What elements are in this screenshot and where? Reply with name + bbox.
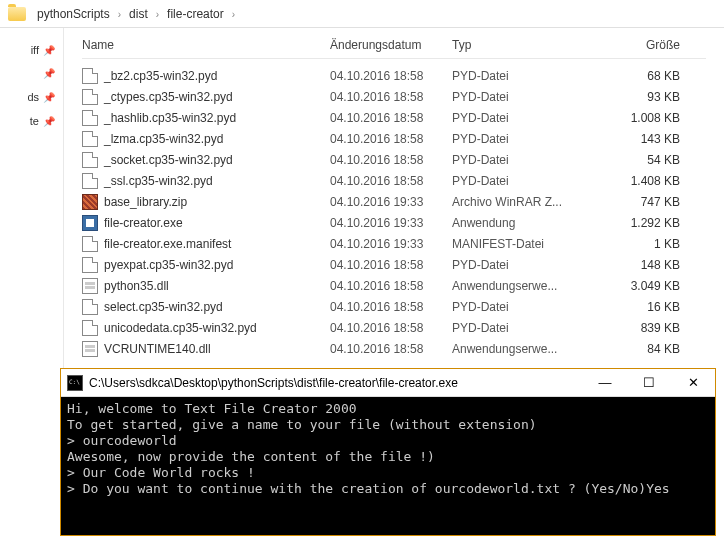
file-row[interactable]: select.cp35-win32.pyd04.10.2016 18:58PYD…: [82, 296, 706, 317]
file-type: PYD-Datei: [452, 321, 592, 335]
file-date: 04.10.2016 18:58: [330, 111, 452, 125]
file-icon: [82, 110, 98, 126]
console-window[interactable]: C:\Users\sdkca\Desktop\pythonScripts\dis…: [60, 368, 716, 536]
file-date: 04.10.2016 18:58: [330, 279, 452, 293]
file-row[interactable]: file-creator.exe.manifest04.10.2016 19:3…: [82, 233, 706, 254]
file-icon: [82, 68, 98, 84]
sidebar-item[interactable]: iff📌: [0, 38, 63, 62]
file-row[interactable]: _ssl.cp35-win32.pyd04.10.2016 18:58PYD-D…: [82, 170, 706, 191]
file-icon: [82, 236, 98, 252]
zip-icon: [82, 194, 98, 210]
file-name: python35.dll: [104, 279, 169, 293]
breadcrumb-segment[interactable]: dist: [126, 7, 151, 21]
file-type: Archivo WinRAR Z...: [452, 195, 592, 209]
file-date: 04.10.2016 18:58: [330, 90, 452, 104]
maximize-button[interactable]: ☐: [627, 369, 671, 397]
file-row[interactable]: pyexpat.cp35-win32.pyd04.10.2016 18:58PY…: [82, 254, 706, 275]
file-icon: [82, 152, 98, 168]
file-date: 04.10.2016 18:58: [330, 69, 452, 83]
file-date: 04.10.2016 18:58: [330, 300, 452, 314]
chevron-right-icon: ›: [151, 9, 164, 20]
file-name: _lzma.cp35-win32.pyd: [104, 132, 223, 146]
file-date: 04.10.2016 18:58: [330, 174, 452, 188]
dll-icon: [82, 341, 98, 357]
pin-icon: 📌: [43, 116, 55, 127]
column-headers[interactable]: Name Änderungsdatum Typ Größe: [82, 38, 706, 59]
file-name: _ssl.cp35-win32.pyd: [104, 174, 213, 188]
file-date: 04.10.2016 18:58: [330, 132, 452, 146]
file-name: file-creator.exe.manifest: [104, 237, 231, 251]
close-button[interactable]: ✕: [671, 369, 715, 397]
file-size: 68 KB: [592, 69, 688, 83]
file-row[interactable]: _socket.cp35-win32.pyd04.10.2016 18:58PY…: [82, 149, 706, 170]
breadcrumb-segment[interactable]: pythonScripts: [34, 7, 113, 21]
breadcrumb-segment[interactable]: file-creator: [164, 7, 227, 21]
file-icon: [82, 89, 98, 105]
file-type: PYD-Datei: [452, 153, 592, 167]
sidebar-item[interactable]: 📌: [0, 62, 63, 85]
file-size: 143 KB: [592, 132, 688, 146]
file-size: 148 KB: [592, 258, 688, 272]
file-type: MANIFEST-Datei: [452, 237, 592, 251]
title-bar[interactable]: C:\Users\sdkca\Desktop\pythonScripts\dis…: [61, 369, 715, 397]
file-size: 84 KB: [592, 342, 688, 356]
file-date: 04.10.2016 19:33: [330, 216, 452, 230]
sidebar: iff📌📌ds📌te📌: [0, 28, 64, 368]
sidebar-item[interactable]: te📌: [0, 109, 63, 133]
file-name: base_library.zip: [104, 195, 187, 209]
file-name: _socket.cp35-win32.pyd: [104, 153, 233, 167]
file-icon: [82, 299, 98, 315]
file-row[interactable]: VCRUNTIME140.dll04.10.2016 18:58Anwendun…: [82, 338, 706, 359]
file-type: Anwendungserwe...: [452, 279, 592, 293]
file-type: PYD-Datei: [452, 132, 592, 146]
minimize-button[interactable]: —: [583, 369, 627, 397]
breadcrumb[interactable]: pythonScripts›dist›file-creator›: [0, 0, 724, 28]
file-name: pyexpat.cp35-win32.pyd: [104, 258, 233, 272]
col-date[interactable]: Änderungsdatum: [330, 38, 452, 52]
file-size: 747 KB: [592, 195, 688, 209]
chevron-right-icon: ›: [227, 9, 240, 20]
file-name: file-creator.exe: [104, 216, 183, 230]
file-date: 04.10.2016 19:33: [330, 237, 452, 251]
console-output[interactable]: Hi, welcome to Text File Creator 2000 To…: [61, 397, 715, 535]
file-type: Anwendungserwe...: [452, 342, 592, 356]
file-type: PYD-Datei: [452, 174, 592, 188]
file-row[interactable]: unicodedata.cp35-win32.pyd04.10.2016 18:…: [82, 317, 706, 338]
file-date: 04.10.2016 18:58: [330, 153, 452, 167]
file-row[interactable]: _lzma.cp35-win32.pyd04.10.2016 18:58PYD-…: [82, 128, 706, 149]
file-size: 93 KB: [592, 90, 688, 104]
file-row[interactable]: python35.dll04.10.2016 18:58Anwendungser…: [82, 275, 706, 296]
col-name[interactable]: Name: [82, 38, 330, 52]
chevron-right-icon: ›: [113, 9, 126, 20]
file-row[interactable]: _ctypes.cp35-win32.pyd04.10.2016 18:58PY…: [82, 86, 706, 107]
col-type[interactable]: Typ: [452, 38, 592, 52]
pin-icon: 📌: [43, 45, 55, 56]
file-date: 04.10.2016 18:58: [330, 321, 452, 335]
window-title: C:\Users\sdkca\Desktop\pythonScripts\dis…: [89, 376, 583, 390]
dll-icon: [82, 278, 98, 294]
file-type: PYD-Datei: [452, 90, 592, 104]
exe-icon: [82, 215, 98, 231]
pin-icon: 📌: [43, 68, 55, 79]
cmd-icon: [67, 375, 83, 391]
file-icon: [82, 257, 98, 273]
file-row[interactable]: _bz2.cp35-win32.pyd04.10.2016 18:58PYD-D…: [82, 65, 706, 86]
file-size: 1.408 KB: [592, 174, 688, 188]
col-size[interactable]: Größe: [592, 38, 688, 52]
file-size: 839 KB: [592, 321, 688, 335]
file-size: 1.292 KB: [592, 216, 688, 230]
sidebar-item[interactable]: ds📌: [0, 85, 63, 109]
file-date: 04.10.2016 18:58: [330, 258, 452, 272]
file-name: _bz2.cp35-win32.pyd: [104, 69, 217, 83]
file-row[interactable]: base_library.zip04.10.2016 19:33Archivo …: [82, 191, 706, 212]
file-size: 1.008 KB: [592, 111, 688, 125]
file-name: select.cp35-win32.pyd: [104, 300, 223, 314]
file-type: Anwendung: [452, 216, 592, 230]
file-row[interactable]: _hashlib.cp35-win32.pyd04.10.2016 18:58P…: [82, 107, 706, 128]
file-type: PYD-Datei: [452, 258, 592, 272]
file-date: 04.10.2016 19:33: [330, 195, 452, 209]
file-row[interactable]: file-creator.exe04.10.2016 19:33Anwendun…: [82, 212, 706, 233]
file-name: VCRUNTIME140.dll: [104, 342, 211, 356]
file-type: PYD-Datei: [452, 300, 592, 314]
file-date: 04.10.2016 18:58: [330, 342, 452, 356]
